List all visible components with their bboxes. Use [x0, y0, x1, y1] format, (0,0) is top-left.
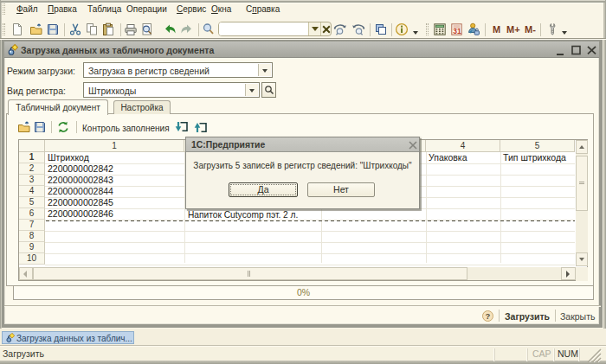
svg-text:31: 31 [453, 27, 461, 35]
